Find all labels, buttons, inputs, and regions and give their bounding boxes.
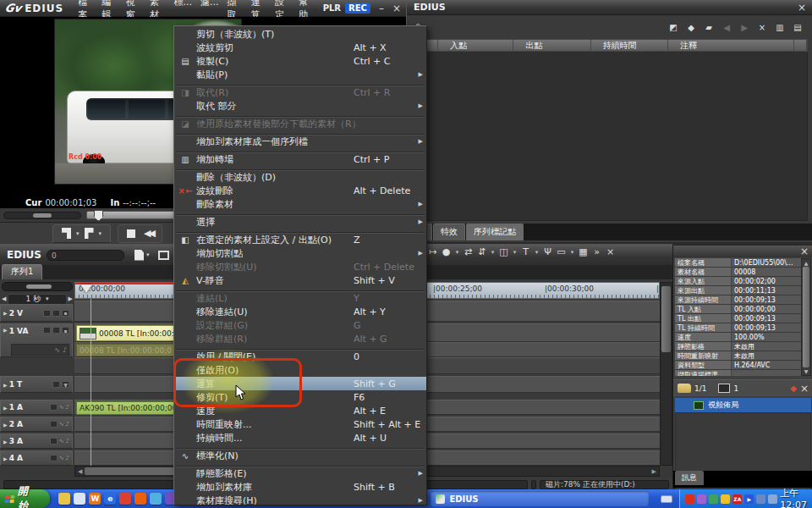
menu-item-15[interactable]: ×←波紋刪除Alt + Delete [174, 184, 426, 197]
menu-item-12[interactable]: ▥增加轉場Ctrl + P [174, 152, 426, 166]
network-tray-icon[interactable] [756, 494, 765, 504]
playhead-marker[interactable] [80, 284, 92, 293]
delete-effect-button[interactable]: × [800, 384, 809, 394]
group-icon[interactable]: ◆ [790, 384, 797, 393]
new-sequence-caret-icon[interactable]: ▾ [146, 251, 150, 258]
track-filter-icon[interactable]: ▼ [62, 381, 69, 388]
info-scrollbar[interactable]: ▲ ▼ [801, 258, 811, 376]
rewind-button[interactable]: ◀◀ [144, 228, 153, 239]
timeline-vscrollbar[interactable] [660, 282, 672, 466]
menu-item-23[interactable]: ◭V-靜音Shift + V [174, 273, 426, 287]
messenger-tray-icon[interactable] [697, 494, 706, 504]
menu-item-35[interactable]: 時間重映射...Shift + Alt + E [174, 417, 426, 431]
track-expand-icon[interactable]: ▶ [3, 456, 8, 461]
menu-item-14[interactable]: 刪除（非波紋）(D) [174, 170, 426, 184]
smiley-tray-icon[interactable] [721, 494, 730, 504]
info-close-button[interactable]: × [800, 246, 809, 257]
player-tray-icon[interactable]: ▶ [744, 494, 754, 504]
menu-item-33[interactable]: 修剪(T)F6 [174, 390, 426, 404]
plr-button[interactable]: PLR [321, 3, 343, 14]
track-lock-icon[interactable] [50, 455, 58, 461]
close-toolbar-icon[interactable]: × [605, 246, 616, 257]
column-header-1[interactable]: 出點 [513, 40, 590, 51]
start-button[interactable]: 開始 [0, 489, 50, 508]
media-app-icon[interactable]: W [89, 493, 101, 505]
import-marker-icon[interactable]: ▥ [773, 21, 787, 33]
shuttle-slider[interactable] [3, 212, 81, 219]
menu-item-20[interactable]: ◧在選定的素材上設定入 / 出點(O)Z [174, 233, 426, 246]
track-header-1va[interactable]: ▶1 VA ▪ ∿♪ [0, 323, 73, 357]
menu-item-31[interactable]: 僅啟用(O) [174, 363, 426, 377]
menu-item-36[interactable]: 持續時間...Alt + U [174, 431, 426, 444]
zoom-slider-thumb[interactable] [26, 284, 52, 289]
column-header-2[interactable]: 持續時間 [591, 40, 668, 51]
firefox-icon[interactable] [134, 493, 146, 505]
menu-item-2[interactable]: ▤複製(C)Ctrl + C [174, 54, 426, 68]
track-lock-icon[interactable] [50, 438, 58, 444]
menu-item-10[interactable]: 增加到素材庫成一個序列檔▶ [174, 135, 426, 148]
speaker-icon[interactable]: ♪ [66, 438, 69, 444]
menu-item-3[interactable]: 黏貼(P)▶ [174, 68, 426, 81]
dropdown-caret-icon[interactable]: ▾ [454, 249, 460, 256]
track-header-2v[interactable]: ▶2 V ▪ [0, 304, 73, 322]
waveform-icon[interactable]: ∿ [59, 404, 64, 411]
in-point-caret-icon[interactable]: ▾ [76, 230, 80, 237]
column-header-3[interactable]: 注釋 [668, 40, 794, 51]
sequence-field[interactable]: 0 [47, 250, 124, 261]
scale-prev-icon[interactable]: ◀ [2, 295, 6, 302]
dropdown-caret-icon[interactable]: ▾ [569, 249, 575, 256]
volume-tray-icon[interactable] [768, 494, 777, 504]
scale-next-icon[interactable]: ▶ [69, 295, 73, 302]
bin-tab-2[interactable]: 序列標記點 [466, 224, 524, 240]
track-mute-icon[interactable] [52, 327, 60, 334]
scroll-up-icon[interactable]: ▲ [804, 260, 809, 266]
dropdown-caret-icon[interactable]: ▾ [512, 249, 518, 256]
waveform-icon[interactable]: ∿ [59, 438, 64, 444]
set-out-point-button[interactable] [85, 228, 94, 239]
dropdown-caret-icon[interactable]: ▾ [490, 249, 496, 256]
track-lock-icon[interactable] [50, 421, 58, 428]
delete-marker-icon[interactable]: × [755, 21, 769, 33]
marker-list-icon[interactable]: ▤ [791, 21, 804, 33]
bin-tab-1[interactable]: 特效 [433, 224, 465, 240]
track-header-1a[interactable]: ▶1 A ∿♪ [0, 400, 73, 415]
track-patch-icon[interactable]: ▪ [62, 327, 69, 334]
menu-item-38[interactable]: ∿標準化(N) [174, 449, 426, 462]
track-lock-icon[interactable] [43, 327, 51, 334]
track-lock-icon[interactable] [43, 310, 51, 317]
track-expand-icon[interactable]: ▶ [3, 382, 8, 388]
insert-mode-icon[interactable]: ↦ [427, 246, 438, 257]
out-point-caret-icon[interactable]: ▾ [99, 230, 102, 237]
track-expand-icon[interactable]: ▶ [3, 422, 8, 428]
clip-marker-icon[interactable]: ▰ [702, 21, 716, 33]
speaker-icon[interactable]: ♪ [66, 421, 69, 428]
shuttle-thumb[interactable] [33, 213, 52, 218]
rec-button[interactable]: REC [345, 3, 370, 14]
track-lock-icon[interactable] [52, 381, 60, 388]
chrome-icon[interactable] [119, 493, 131, 505]
track-header-3a[interactable]: ▶3 A ∿♪ [0, 433, 73, 449]
ripple-mode-icon[interactable]: ⇄ [463, 246, 474, 257]
waveform-icon[interactable]: ∿ [59, 455, 64, 461]
track-expand-icon[interactable]: ▶ [3, 327, 8, 333]
menu-item-0[interactable]: 剪切（非波紋）(T) [174, 27, 426, 41]
folder-icon[interactable] [58, 493, 70, 505]
sequence-tab[interactable]: 序列1 [2, 264, 42, 279]
track-lock-icon[interactable] [50, 404, 58, 411]
mixer-icon[interactable]: ▦ [578, 246, 589, 257]
sync-mode-icon[interactable]: ⇵ [476, 246, 487, 257]
marker-close-button[interactable]: × [798, 3, 806, 13]
shield-icon[interactable]: ◆ [684, 21, 698, 33]
new-sequence-icon[interactable] [134, 250, 144, 261]
scroll-down-icon[interactable]: ▼ [804, 368, 809, 374]
close-button[interactable]: × [392, 3, 401, 14]
va-audio-subtrack-header[interactable]: ∿♪ [11, 344, 69, 356]
menu-item-26[interactable]: 移除連結(U)Alt + Y [174, 305, 426, 318]
document-icon[interactable] [74, 493, 85, 505]
set-in-point-button[interactable] [62, 228, 71, 239]
menu-item-18[interactable]: 選擇▶ [174, 215, 426, 229]
hscroll-left-icon[interactable]: ◀ [75, 468, 85, 475]
menu-item-41[interactable]: 增加到素材庫Shift + B [174, 480, 426, 494]
menu-item-1[interactable]: 波紋剪切Alt + X [174, 41, 426, 54]
export-frame-icon[interactable]: ▭ [556, 246, 567, 257]
